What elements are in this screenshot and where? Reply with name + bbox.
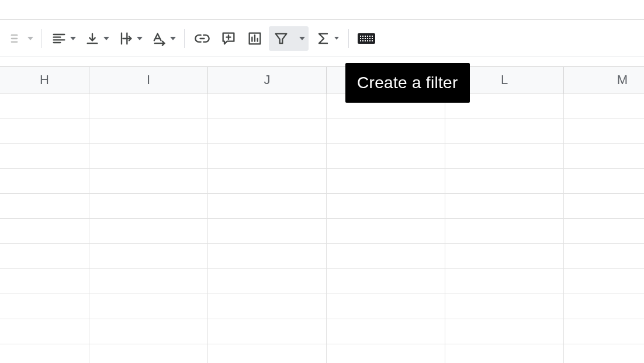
cell[interactable]	[208, 118, 327, 143]
link-icon	[194, 30, 210, 47]
functions-button[interactable]	[310, 26, 343, 51]
cell[interactable]	[89, 144, 208, 168]
cell[interactable]	[564, 118, 644, 143]
cell[interactable]	[327, 169, 445, 193]
insert-chart-button[interactable]	[243, 26, 267, 51]
text-rotation-icon	[151, 30, 167, 47]
cell[interactable]	[89, 319, 208, 344]
column-header[interactable]: I	[89, 67, 208, 93]
cell[interactable]	[564, 244, 644, 268]
cell[interactable]	[327, 118, 445, 143]
insert-comment-button[interactable]	[216, 26, 241, 51]
text-wrap-button[interactable]	[114, 26, 146, 51]
cell[interactable]	[89, 244, 208, 268]
cell[interactable]	[208, 244, 327, 268]
filter-views-button[interactable]	[293, 26, 309, 51]
insert-link-button[interactable]	[190, 26, 214, 51]
horizontal-align-button[interactable]	[47, 26, 79, 51]
cell[interactable]	[89, 269, 208, 294]
cell[interactable]	[445, 344, 564, 363]
cell[interactable]	[208, 169, 327, 193]
cell[interactable]	[445, 169, 564, 193]
cell[interactable]	[327, 294, 445, 319]
cell[interactable]	[445, 118, 564, 143]
cell[interactable]	[89, 118, 208, 143]
cell[interactable]	[564, 219, 644, 243]
cell[interactable]	[564, 294, 644, 319]
cell[interactable]	[0, 194, 89, 218]
cell[interactable]	[208, 319, 327, 344]
cell[interactable]	[0, 93, 89, 118]
svg-marker-20	[276, 33, 287, 43]
generic-icon	[8, 30, 25, 47]
comment-plus-icon	[220, 30, 237, 47]
grid-row	[0, 194, 644, 219]
caret-down-icon	[334, 37, 339, 40]
cell[interactable]	[0, 118, 89, 143]
column-header[interactable]: H	[0, 67, 89, 93]
cell[interactable]	[564, 194, 644, 218]
cell[interactable]	[89, 294, 208, 319]
cell[interactable]	[327, 269, 445, 294]
cell[interactable]	[89, 194, 208, 218]
cell[interactable]	[564, 319, 644, 344]
caret-down-icon	[137, 37, 143, 40]
cell[interactable]	[327, 144, 445, 168]
cell[interactable]	[327, 319, 445, 344]
prev-dropdown-button[interactable]	[5, 26, 36, 51]
chart-icon	[247, 30, 263, 47]
cell[interactable]	[564, 269, 644, 294]
toolbar-separator	[348, 29, 349, 48]
cell[interactable]	[327, 219, 445, 243]
cell[interactable]	[0, 269, 89, 294]
vertical-align-button[interactable]	[81, 26, 112, 51]
cell[interactable]	[445, 219, 564, 243]
cell[interactable]	[564, 344, 644, 363]
formula-bar-area	[0, 57, 644, 67]
column-header[interactable]: M	[564, 67, 644, 93]
cell[interactable]	[327, 194, 445, 218]
cell[interactable]	[0, 294, 89, 319]
cell[interactable]	[445, 269, 564, 294]
cell[interactable]	[208, 344, 327, 363]
cell[interactable]	[208, 269, 327, 294]
grid-row	[0, 169, 644, 194]
cell[interactable]	[208, 93, 327, 118]
cell[interactable]	[564, 144, 644, 168]
cell[interactable]	[445, 294, 564, 319]
cell[interactable]	[0, 219, 89, 243]
text-rotation-button[interactable]	[147, 26, 179, 51]
toolbar-separator	[41, 29, 42, 48]
cell[interactable]	[89, 219, 208, 243]
cell[interactable]	[327, 344, 445, 363]
cell[interactable]	[564, 93, 644, 118]
cell[interactable]	[0, 169, 89, 193]
cell[interactable]	[445, 319, 564, 344]
filter-button[interactable]	[269, 26, 293, 51]
cell[interactable]	[0, 144, 89, 168]
grid-row	[0, 344, 644, 363]
cell[interactable]	[89, 344, 208, 363]
filter-tooltip: Create a filter	[345, 63, 470, 103]
text-overflow-icon	[117, 30, 134, 47]
cell[interactable]	[89, 93, 208, 118]
cell[interactable]	[445, 194, 564, 218]
toolbar	[0, 20, 644, 57]
cell[interactable]	[208, 294, 327, 319]
cell[interactable]	[564, 169, 644, 193]
cell[interactable]	[445, 144, 564, 168]
keyboard-button[interactable]	[354, 26, 379, 51]
cell[interactable]	[0, 344, 89, 363]
column-header[interactable]: J	[208, 67, 327, 93]
cell[interactable]	[327, 244, 445, 268]
cell[interactable]	[0, 319, 89, 344]
cell[interactable]	[208, 219, 327, 243]
cell[interactable]	[89, 169, 208, 193]
cell[interactable]	[208, 144, 327, 168]
cell[interactable]	[0, 244, 89, 268]
spreadsheet-grid[interactable]: H I J K L M	[0, 67, 644, 363]
cell[interactable]	[208, 194, 327, 218]
caret-down-icon	[299, 37, 305, 40]
column-headers: H I J K L M	[0, 67, 644, 93]
cell[interactable]	[445, 244, 564, 268]
